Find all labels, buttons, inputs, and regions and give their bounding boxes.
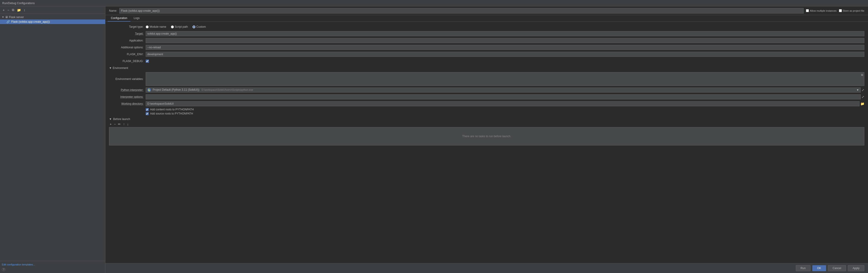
help-icon[interactable]: ?: [2, 268, 5, 271]
radio-script-path-input[interactable]: [171, 25, 174, 28]
tree-group-flask-label: Flask server: [9, 16, 24, 19]
interpreter-options-expand-button[interactable]: ⤢: [862, 95, 864, 99]
before-launch-remove-button[interactable]: −: [113, 122, 116, 126]
tab-logs[interactable]: Logs: [130, 15, 143, 22]
interpreter-expand-button[interactable]: ⤢: [862, 88, 864, 92]
before-launch-down-button[interactable]: ↓: [126, 122, 129, 126]
application-input[interactable]: [146, 38, 864, 43]
add-content-roots-row: Add content roots to PYTHONPATH: [146, 108, 864, 111]
name-input[interactable]: [119, 8, 804, 13]
add-config-button[interactable]: +: [2, 8, 5, 12]
target-row: Target:: [109, 31, 864, 36]
working-dir-row: Working directory: 📁: [109, 101, 864, 107]
environment-toggle[interactable]: ▼ Environment: [109, 66, 128, 70]
env-vars-edit-icon[interactable]: ⧉: [861, 73, 863, 77]
sort-config-button[interactable]: ↕: [23, 8, 26, 12]
tree-group-flask: ▼ 🖥 Flask server 🔗 Flask (solidui.app:cr…: [0, 14, 105, 24]
env-vars-row: Environment variables: ⧉: [109, 72, 864, 86]
apply-button[interactable]: Apply: [848, 265, 864, 271]
config-content: Target type: Module name Script path Cus…: [105, 22, 868, 263]
tab-configuration[interactable]: Configuration: [108, 15, 130, 22]
target-type-row: Target type: Module name Script path Cus…: [109, 24, 864, 30]
store-project-checkbox[interactable]: [839, 9, 842, 12]
radio-custom-input[interactable]: [192, 25, 195, 28]
target-label: Target:: [109, 32, 146, 35]
left-panel: + − ⧉ 📁 ↕ ▼ 🖥 Flask server 🔗 Flask (soli…: [0, 6, 105, 273]
environment-label: Environment: [113, 66, 128, 70]
additional-options-row: Additional options:: [109, 45, 864, 50]
interpreter-icon: 🐍 Project Default (Python 3.11 (SolidUI)…: [147, 88, 253, 92]
flask-debug-row: FLASK_DEBUG:: [109, 58, 864, 64]
config-name-header: Name: Allow multiple instances Store as …: [105, 6, 868, 15]
left-toolbar: + − ⧉ 📁 ↕: [0, 6, 105, 14]
python-interpreter-row: Python interpreter: 🐍 Project Default (P…: [109, 87, 864, 93]
radio-module-name-input[interactable]: [146, 25, 149, 28]
right-panel: Name: Allow multiple instances Store as …: [105, 6, 868, 273]
run-button[interactable]: Run: [796, 265, 810, 271]
remove-config-button[interactable]: −: [6, 8, 10, 12]
ok-button[interactable]: OK: [812, 265, 826, 271]
interpreter-options-input[interactable]: [146, 94, 861, 99]
flask-env-input[interactable]: [146, 52, 864, 57]
add-source-roots-label: Add source roots to PYTHONPATH: [150, 112, 193, 115]
radio-script-path[interactable]: Script path: [171, 25, 188, 28]
tree-group-flask-header[interactable]: ▼ 🖥 Flask server: [0, 14, 105, 20]
before-launch-chevron-icon: ▼: [109, 118, 112, 121]
flask-env-label: FLASK_ENV:: [109, 53, 146, 56]
radio-custom[interactable]: Custom: [192, 25, 206, 28]
additional-options-label: Additional options:: [109, 46, 146, 49]
python-interpreter-select[interactable]: 🐍 Project Default (Python 3.11 (SolidUI)…: [146, 88, 861, 93]
chevron-down-icon: ▼: [856, 88, 859, 92]
before-launch-toolbar: + − ✏ ↑ ↓: [109, 122, 864, 126]
working-dir-input[interactable]: [146, 101, 860, 106]
target-type-label: Target type:: [109, 25, 146, 28]
working-dir-folder-icon[interactable]: 📁: [861, 102, 864, 105]
title-bar: Run/Debug Configurations: [0, 0, 868, 6]
flask-env-row: FLASK_ENV:: [109, 52, 864, 57]
before-launch-section: ▼ Before launch + − ✏ ↑ ↓ There are no t…: [109, 118, 864, 146]
before-launch-toggle[interactable]: ▼ Before launch: [109, 118, 864, 121]
before-launch-empty-text: There are no tasks to run before launch.: [462, 135, 511, 138]
target-input[interactable]: [146, 31, 864, 36]
application-row: Application:: [109, 38, 864, 43]
config-tree: ▼ 🖥 Flask server 🔗 Flask (solidui.app:cr…: [0, 14, 105, 261]
before-launch-edit-button[interactable]: ✏: [117, 122, 121, 126]
python-logo-icon: 🐍: [147, 88, 151, 92]
store-project-label: Store as project file: [839, 9, 864, 12]
name-label: Name:: [109, 9, 117, 12]
env-vars-box[interactable]: ⧉: [146, 72, 864, 86]
tabs-bar: Configuration Logs: [105, 15, 868, 22]
folder-config-button[interactable]: 📁: [16, 8, 22, 12]
server-icon: 🖥: [5, 16, 8, 19]
application-label: Application:: [109, 39, 146, 42]
tree-item-flask-app-label: Flask (solidui.app:create_app()): [11, 20, 50, 23]
main-container: + − ⧉ 📁 ↕ ▼ 🖥 Flask server 🔗 Flask (soli…: [0, 6, 868, 273]
interpreter-options-row: Interpreter options: ⤢: [109, 94, 864, 100]
flask-app-icon: 🔗: [6, 20, 10, 23]
add-source-roots-row: Add source roots to PYTHONPATH: [146, 112, 864, 115]
left-footer: Edit configuration templates... ?: [0, 261, 105, 273]
tree-item-flask-app[interactable]: 🔗 Flask (solidui.app:create_app()): [0, 20, 105, 24]
target-type-options: Module name Script path Custom: [146, 25, 206, 28]
before-launch-empty-box: There are no tasks to run before launch.: [109, 127, 864, 146]
interpreter-options-label: Interpreter options:: [109, 95, 146, 98]
cancel-button[interactable]: Cancel: [828, 265, 846, 271]
before-launch-label: Before launch: [113, 118, 130, 121]
flask-debug-checkbox[interactable]: [146, 60, 149, 63]
add-source-roots-checkbox[interactable]: [146, 112, 149, 115]
title-text: Run/Debug Configurations: [2, 2, 35, 5]
before-launch-up-button[interactable]: ↑: [122, 122, 125, 126]
bottom-bar: Run OK Cancel Apply: [105, 263, 868, 273]
environment-section-header: ▼ Environment: [109, 65, 864, 71]
before-launch-add-button[interactable]: +: [109, 122, 112, 126]
allow-multiple-checkbox[interactable]: [806, 9, 809, 12]
env-vars-container: ⧉: [146, 72, 864, 86]
additional-options-input[interactable]: [146, 45, 864, 50]
radio-module-name[interactable]: Module name: [146, 25, 166, 28]
edit-templates-link[interactable]: Edit configuration templates...: [2, 263, 35, 266]
add-content-roots-checkbox[interactable]: [146, 108, 149, 111]
copy-config-button[interactable]: ⧉: [11, 7, 15, 12]
flask-debug-label: FLASK_DEBUG:: [109, 60, 146, 63]
environment-chevron-icon: ▼: [109, 66, 112, 70]
allow-multiple-label: Allow multiple instances: [806, 9, 837, 12]
